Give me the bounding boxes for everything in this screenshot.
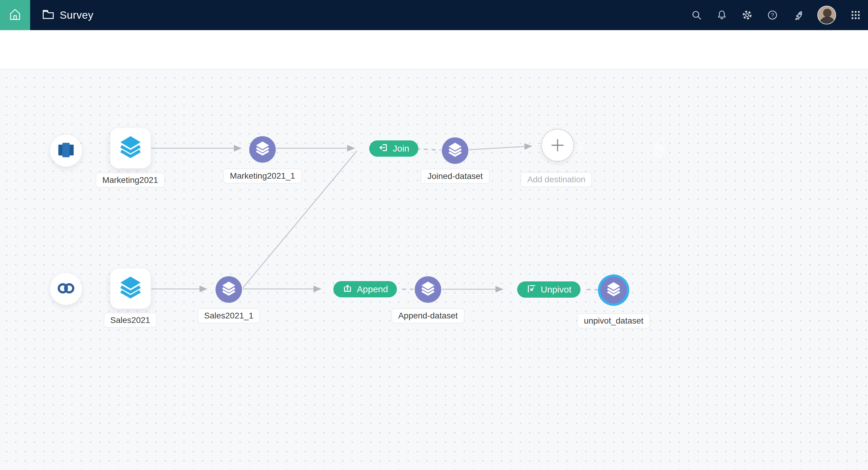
zoho-crm-source-icon [57, 282, 75, 296]
node-label-unpivot-dataset[interactable]: unpivot_dataset [577, 313, 650, 328]
node-label-joined-dataset[interactable]: Joined-dataset [421, 169, 490, 184]
bell-icon[interactable] [716, 9, 727, 21]
append-label: Append [357, 284, 388, 294]
node-label-sales2021-1[interactable]: Sales2021_1 [197, 308, 260, 323]
folder-icon [42, 9, 54, 21]
svg-text:?: ? [771, 12, 774, 19]
node-label-add-destination[interactable]: Add destination [521, 172, 592, 187]
help-icon[interactable]: ? [767, 9, 778, 21]
search-icon[interactable] [691, 9, 702, 21]
join-icon [378, 143, 389, 155]
top-navbar: Survey ? [0, 0, 868, 30]
unpivot-label: Unpivot [541, 284, 571, 295]
transform-node-join[interactable]: Join [369, 140, 418, 157]
dataset-layers-icon [120, 277, 141, 301]
node-label-sales2021[interactable]: Sales2021 [104, 313, 157, 328]
home-button[interactable] [0, 0, 30, 30]
dataset-node-sales2021[interactable] [110, 269, 151, 309]
unpivot-icon [526, 283, 536, 296]
dataset-node-marketing2021[interactable] [110, 128, 151, 168]
dataset-node-append-dataset[interactable] [415, 276, 441, 303]
append-icon [342, 283, 352, 295]
dataset-layers-icon [448, 143, 462, 159]
node-label-append-dataset[interactable]: Append-dataset [392, 308, 464, 323]
dataset-ghost-icon [651, 143, 666, 160]
dataset-layers-icon [607, 282, 621, 298]
gear-icon[interactable] [741, 9, 753, 21]
dataset-node-unpivot-dataset-selected[interactable] [598, 275, 629, 306]
pipeline-canvas[interactable]: Join Append Unpivot Marketing20 [0, 70, 868, 470]
dataset-layers-icon [222, 281, 236, 298]
user-avatar[interactable] [817, 6, 836, 24]
transform-node-unpivot[interactable]: Unpivot [517, 281, 581, 298]
apps-grid-icon[interactable] [850, 9, 861, 21]
dataset-layers-icon [120, 136, 141, 160]
dataset-layers-icon [255, 141, 270, 158]
node-label-marketing2021[interactable]: Marketing2021 [96, 173, 164, 188]
workspace-title: Survey [60, 9, 93, 21]
dataset-node-marketing2021-1[interactable] [249, 136, 276, 163]
dataset-node-sales2021-1[interactable] [216, 276, 242, 303]
source-node-redshift[interactable] [50, 135, 82, 167]
dataset-layers-icon [421, 281, 435, 298]
home-icon [8, 8, 22, 22]
node-label-marketing2021-1[interactable]: Marketing2021_1 [223, 168, 302, 184]
dataset-node-joined-dataset[interactable] [442, 137, 468, 164]
redshift-source-icon [57, 141, 75, 160]
pipeline-toolbar: Survey pipeline + DRAFT Last saved: 11:0… [0, 30, 868, 70]
dataset-node-unpivot-dataset[interactable] [600, 277, 627, 303]
add-destination-button[interactable] [541, 129, 574, 162]
rocket-icon[interactable] [792, 9, 804, 21]
transform-node-append[interactable]: Append [333, 281, 397, 297]
source-node-zoho-crm[interactable] [50, 273, 82, 305]
join-label: Join [393, 144, 409, 154]
